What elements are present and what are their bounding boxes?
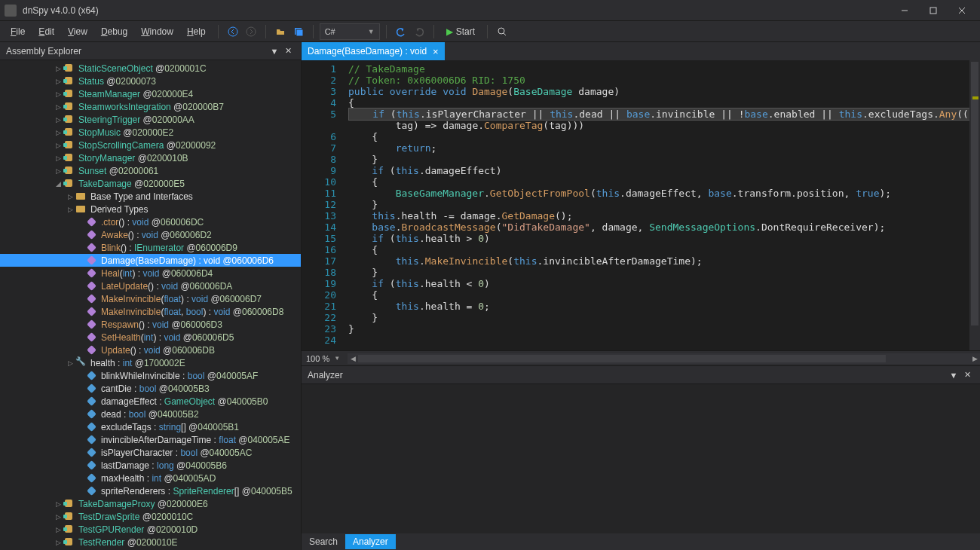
zoom-dropdown-icon[interactable]: ▼ <box>334 355 345 362</box>
tree-node[interactable]: Update() : void @060006DB <box>0 344 301 356</box>
tree-node[interactable]: ▷StaticSceneObject @0200001C <box>0 62 301 75</box>
tree-node[interactable]: dead : bool @040005B2 <box>0 408 301 420</box>
tree-node[interactable]: maxHealth : int @040005AD <box>0 472 301 484</box>
tree-label: lastDamage : long @040005B6 <box>101 460 227 471</box>
search-button[interactable] <box>494 23 510 40</box>
tree-node[interactable]: Blink() : IEnumerator @060006D9 <box>0 241 301 254</box>
nav-back-button[interactable] <box>225 23 241 40</box>
field-icon <box>86 460 98 471</box>
start-debug-button[interactable]: ▶Start <box>440 23 481 40</box>
tree-node[interactable]: ▷TestGPURender @0200010D <box>0 523 301 536</box>
tree-node[interactable]: lastDamage : long @040005B6 <box>0 459 301 472</box>
analyzer-close-button[interactable]: ✕ <box>960 368 974 382</box>
tree-twisty[interactable]: ▷ <box>53 103 63 111</box>
tree-twisty[interactable]: ▷ <box>53 154 63 162</box>
method-icon <box>86 268 98 279</box>
tree-node[interactable]: ▷TakeDamageProxy @020000E6 <box>0 497 301 510</box>
analyzer-dropdown-button[interactable]: ▼ <box>947 368 960 382</box>
tab-analyzer[interactable]: Analyzer <box>345 534 396 549</box>
menu-edit[interactable]: Edit <box>32 23 60 40</box>
tree-twisty[interactable]: ▷ <box>65 359 75 367</box>
tree-node[interactable]: .ctor() : void @060006DC <box>0 215 301 228</box>
menu-file[interactable]: File <box>5 23 31 40</box>
tree-twisty[interactable]: ▷ <box>53 167 63 175</box>
tree-node[interactable]: MakeInvincible(float) : void @060006D7 <box>0 292 301 305</box>
tree-twisty[interactable]: ▷ <box>53 65 63 72</box>
vertical-scrollbar[interactable] <box>969 60 980 350</box>
scroll-right-arrow[interactable]: ▶ <box>969 353 980 364</box>
tree-node[interactable]: LateUpdate() : void @060006DA <box>0 280 301 292</box>
tree-twisty[interactable]: ▷ <box>53 500 63 508</box>
tree-label: blinkWhileInvincible : bool @040005AF <box>101 371 258 381</box>
tree-node[interactable]: excludeTags : string[] @040005B1 <box>0 420 301 433</box>
tab-close-icon[interactable]: × <box>433 47 439 57</box>
tree-node[interactable]: Damage(BaseDamage) : void @060006D6 <box>0 254 301 267</box>
field-icon <box>86 486 98 497</box>
panel-close-button[interactable]: ✕ <box>281 44 295 58</box>
save-all-button[interactable] <box>290 23 307 40</box>
tree-label: damageEffect : GameObject @040005B0 <box>101 396 268 407</box>
tree-twisty[interactable]: ◢ <box>53 180 63 188</box>
open-button[interactable] <box>272 23 289 40</box>
tree-twisty[interactable]: ▷ <box>53 90 63 98</box>
tree-node[interactable]: SetHealth(int) : void @060006D5 <box>0 331 301 344</box>
tree-node[interactable]: Heal(int) : void @060006D4 <box>0 267 301 280</box>
menu-view[interactable]: View <box>62 23 93 40</box>
tree-node[interactable]: ▷SteamworksIntegration @020000B7 <box>0 100 301 113</box>
horizontal-scrollbar[interactable]: ◀ ▶ <box>348 353 980 364</box>
tree-node[interactable]: cantDie : bool @040005B3 <box>0 382 301 395</box>
tree-twisty[interactable]: ▷ <box>53 78 63 85</box>
tree-node[interactable]: ▷SteamManager @020000E4 <box>0 87 301 100</box>
minimize-button[interactable] <box>891 2 918 19</box>
tree-node[interactable]: ▷health : int @1700002E <box>0 356 301 369</box>
tree-node[interactable]: ▷SteeringTrigger @020000AA <box>0 113 301 126</box>
tree-node[interactable]: ◢TakeDamage @020000E5 <box>0 177 301 190</box>
tree-twisty[interactable]: ▷ <box>53 129 63 136</box>
code-editor[interactable]: 12345 6789101112131415161718192021222324… <box>302 60 980 350</box>
method-icon <box>86 230 98 240</box>
menu-window[interactable]: Window <box>135 23 179 40</box>
tree-node[interactable]: ▷TestDrawSprite @0200010C <box>0 510 301 523</box>
tree-node[interactable]: spriteRenderers : SpriteRenderer[] @0400… <box>0 484 301 497</box>
close-button[interactable] <box>948 2 975 19</box>
tree-node[interactable]: ▷Base Type and Interfaces <box>0 190 301 203</box>
tree-node[interactable]: invincibleAfterDamageTime : float @04000… <box>0 433 301 446</box>
maximize-button[interactable] <box>920 2 947 19</box>
tree-twisty[interactable]: ▷ <box>65 193 75 200</box>
menu-help[interactable]: Help <box>181 23 212 40</box>
tree-twisty[interactable]: ▷ <box>53 116 63 124</box>
code-content[interactable]: // TakeDamage // Token: 0x060006D6 RID: … <box>344 60 980 350</box>
tree-twisty[interactable]: ▷ <box>65 206 75 213</box>
tree-node[interactable]: isPlayerCharacter : bool @040005AC <box>0 446 301 459</box>
tree-node[interactable]: ▷StopScrollingCamera @02000092 <box>0 139 301 151</box>
menu-debug[interactable]: Debug <box>95 23 133 40</box>
tree-node[interactable]: ▷StopMusic @020000E2 <box>0 126 301 139</box>
panel-dropdown-button[interactable]: ▼ <box>268 44 281 58</box>
tree-twisty[interactable]: ▷ <box>53 539 63 546</box>
tree-node[interactable]: Respawn() : void @060006D3 <box>0 318 301 331</box>
tree-node[interactable]: MakeInvincible(float, bool) : void @0600… <box>0 305 301 318</box>
tree-twisty[interactable]: ▷ <box>53 526 63 533</box>
language-dropdown[interactable]: C#▼ <box>320 23 380 40</box>
tree-node[interactable]: ▷Sunset @02000061 <box>0 164 301 177</box>
nav-forward-button[interactable] <box>243 23 259 40</box>
analyzer-body[interactable] <box>302 384 980 533</box>
tree-twisty[interactable]: ▷ <box>53 513 63 521</box>
app-icon <box>5 5 17 17</box>
scroll-left-arrow[interactable]: ◀ <box>348 353 358 364</box>
zoom-level[interactable]: 100 % <box>302 354 334 363</box>
tree-node[interactable]: Awake() : void @060006D2 <box>0 228 301 241</box>
tab-search[interactable]: Search <box>302 534 345 549</box>
tree-node[interactable]: ▷TestRender @0200010E <box>0 536 301 548</box>
tree-node[interactable]: ▷Status @02000073 <box>0 75 301 87</box>
redo-button[interactable] <box>411 23 427 40</box>
editor-tab[interactable]: Damage(BaseDamage) : void × <box>302 42 445 60</box>
tree-node[interactable]: damageEffect : GameObject @040005B0 <box>0 395 301 408</box>
tree-view[interactable]: ▷StaticSceneObject @0200001C▷Status @020… <box>0 60 301 550</box>
tree-node[interactable]: blinkWhileInvincible : bool @040005AF <box>0 369 301 382</box>
tree-node[interactable]: ▷Derived Types <box>0 203 301 215</box>
svg-line-9 <box>504 33 506 35</box>
undo-button[interactable] <box>393 23 409 40</box>
tree-node[interactable]: ▷StoryManager @0200010B <box>0 151 301 164</box>
tree-twisty[interactable]: ▷ <box>53 142 63 149</box>
